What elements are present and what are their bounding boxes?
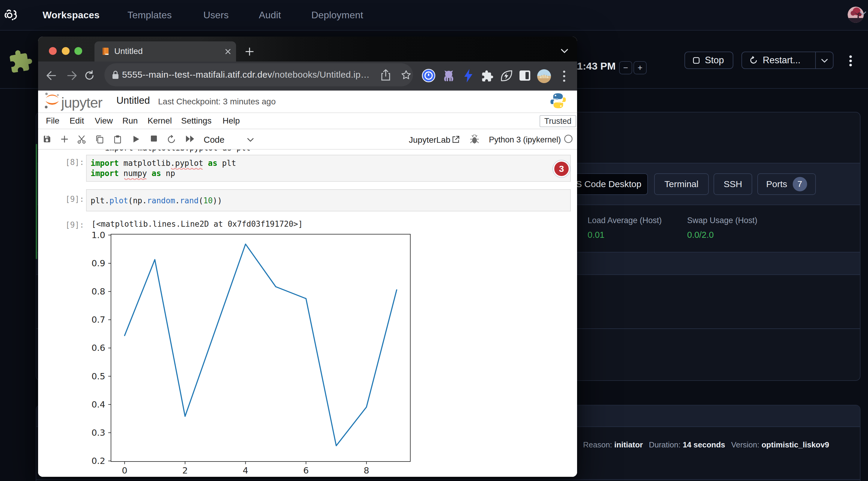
browser-profile-avatar[interactable] [537, 69, 551, 83]
restart-options-chevron-icon[interactable] [821, 59, 828, 63]
share-icon[interactable] [381, 69, 391, 81]
external-link-icon[interactable] [452, 135, 460, 143]
y-tick-label: 0.2 [91, 456, 105, 466]
stop-workspace-button[interactable]: Stop [684, 52, 733, 69]
menu-settings[interactable]: Settings [181, 113, 212, 129]
extensions-puzzle-icon[interactable] [481, 70, 494, 83]
build-info-label: Version: [731, 440, 762, 449]
x-tick-label: 4 [243, 466, 248, 476]
nav-item-deployment[interactable]: Deployment [311, 0, 363, 30]
restart-workspace-button[interactable]: Restart... [741, 52, 834, 69]
build-reason-line: Reason: initiatorDuration: 14 secondsVer… [583, 440, 829, 450]
copy-cells-icon[interactable] [95, 135, 104, 144]
lightning-extension-icon[interactable] [464, 69, 473, 83]
build-info-value: 14 seconds [683, 440, 725, 449]
app-button-ports[interactable]: Ports7 [757, 173, 816, 195]
maximize-window-button[interactable] [74, 47, 82, 55]
restart-kernel-icon[interactable] [167, 135, 176, 144]
sidebar-extension-icon[interactable] [519, 70, 531, 81]
nav-chevron-down-icon[interactable] [860, 11, 866, 15]
browser-window: Untitled [38, 37, 577, 477]
jupyter-wordmark[interactable]: jupyter [61, 94, 102, 111]
paste-cells-icon[interactable] [113, 135, 122, 144]
metadata-label: Swap Usage (Host) [687, 216, 757, 225]
forward-icon[interactable] [67, 70, 78, 81]
close-window-button[interactable] [49, 47, 57, 55]
cell-type-select[interactable]: Code [204, 135, 224, 145]
address-bar[interactable]: 5555--main--test--matifali.atif.cdr.dev/… [104, 63, 413, 86]
coder-logo-icon[interactable] [4, 9, 18, 21]
x-tick-label: 0 [122, 466, 127, 476]
menu-edit[interactable]: Edit [70, 113, 84, 129]
jupyter-page: jupyter Untitled Last Checkpoint: 3 minu… [38, 91, 577, 477]
close-tab-icon[interactable] [224, 48, 231, 55]
interrupt-kernel-icon[interactable] [150, 135, 157, 142]
matplotlib-figure: 024680.20.30.40.50.60.70.80.91.0 [63, 200, 447, 477]
nav-item-templates[interactable]: Templates [127, 0, 172, 30]
workspace-kebab-menu[interactable] [847, 55, 854, 68]
build-info-label: Duration: [649, 440, 683, 449]
menu-help[interactable]: Help [222, 113, 240, 129]
bookmark-star-icon[interactable] [401, 70, 411, 81]
metadata-label: Load Average (Host) [588, 216, 662, 225]
menu-run[interactable]: Run [122, 113, 138, 129]
notebook-content: import matplotlib.pyplot as plt [8]:impo… [38, 150, 577, 477]
browser-menu-kebab-icon[interactable] [561, 70, 567, 83]
add-cell-icon[interactable] [60, 135, 69, 143]
kernel-name[interactable]: Python 3 (ipykernel) [489, 135, 561, 145]
schedule-increase-button[interactable]: + [633, 61, 647, 74]
code-line: import matplotlib.pyplot as plt [91, 158, 236, 168]
leaf-speed-extension-icon[interactable] [500, 69, 513, 83]
puzzle-extension-icon[interactable] [8, 49, 33, 73]
schedule-decrease-button[interactable]: − [619, 61, 632, 74]
minimize-window-button[interactable] [62, 47, 70, 55]
screen: WorkspacesTemplatesUsersAuditDeployment … [0, 0, 868, 481]
password-manager-extension-icon[interactable] [422, 69, 435, 83]
menu-kernel[interactable]: Kernel [148, 113, 172, 129]
code-cell[interactable]: import matplotlib.pyplot as pltimport nu… [86, 155, 571, 182]
cut-cells-icon[interactable] [77, 135, 86, 144]
agent-status-accent [36, 144, 37, 259]
x-tick-label: 2 [182, 466, 188, 476]
new-tab-button[interactable] [245, 47, 254, 56]
github-extension-icon[interactable] [442, 70, 455, 82]
menu-view[interactable]: View [95, 113, 113, 129]
clipped-code-line: import matplotlib.pyplot as plt [105, 150, 250, 153]
app-button-label: VS Code Desktop [570, 179, 641, 189]
app-button-label: Terminal [664, 179, 698, 189]
cell-type-chevron-icon [247, 138, 254, 142]
lock-icon[interactable] [112, 70, 119, 80]
debugger-bug-icon[interactable] [470, 135, 479, 144]
trusted-button[interactable]: Trusted [539, 115, 576, 127]
back-icon[interactable] [45, 70, 56, 81]
tab-search-chevron-icon[interactable] [561, 49, 568, 54]
open-jupyterlab-link[interactable]: JupyterLab [409, 135, 451, 145]
notebook-title[interactable]: Untitled [116, 95, 150, 106]
metadata-value: 0.01 [588, 230, 662, 240]
top-nav: WorkspacesTemplatesUsersAuditDeployment [0, 0, 868, 31]
ports-count-badge: 7 [793, 177, 807, 191]
reload-icon[interactable] [84, 70, 95, 81]
tab-strip: Untitled [38, 37, 577, 62]
x-tick-label: 6 [303, 466, 309, 476]
run-all-cells-icon[interactable] [185, 135, 195, 143]
metadata-value: 0.0/2.0 [687, 230, 757, 240]
url-text: 5555--main--test--matifali.atif.cdr.dev/… [122, 70, 370, 80]
notebook-header: jupyter Untitled Last Checkpoint: 3 minu… [38, 91, 577, 113]
kernel-status-icon[interactable] [564, 134, 573, 143]
notebook-favicon [101, 47, 110, 56]
y-tick-label: 1.0 [91, 230, 105, 240]
app-button-ssh[interactable]: SSH [714, 173, 752, 195]
menu-file[interactable]: File [46, 113, 59, 129]
nav-item-users[interactable]: Users [203, 0, 229, 30]
nav-item-audit[interactable]: Audit [259, 0, 281, 30]
y-tick-label: 0.4 [91, 399, 105, 410]
save-icon[interactable] [43, 135, 51, 143]
nav-item-workspaces[interactable]: Workspaces [42, 0, 100, 30]
collaborators-badge[interactable]: 3 [553, 160, 570, 178]
python-logo-icon [550, 93, 567, 109]
app-button-terminal[interactable]: Terminal [654, 173, 709, 195]
y-tick-label: 0.3 [91, 428, 105, 438]
run-cell-icon[interactable] [132, 135, 140, 143]
browser-tab[interactable]: Untitled [94, 41, 236, 62]
